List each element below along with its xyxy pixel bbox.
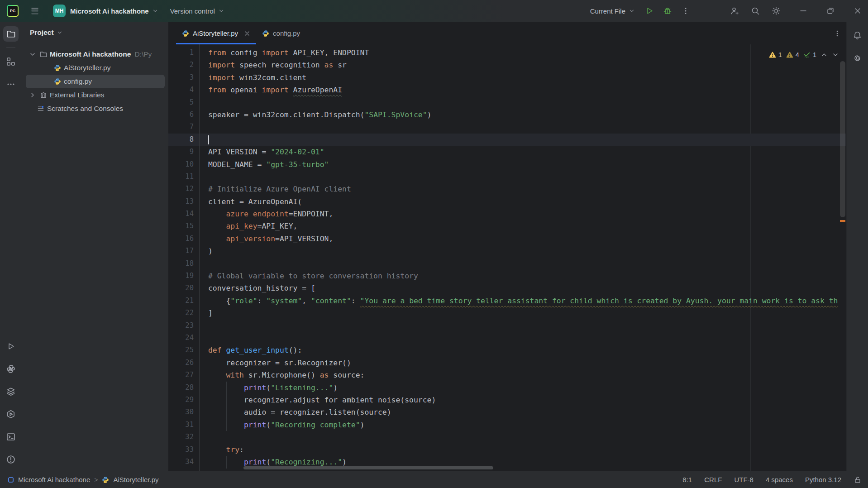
debug-button[interactable] xyxy=(660,4,675,18)
code-line[interactable]: ] xyxy=(208,307,846,319)
code-line[interactable] xyxy=(208,96,846,109)
inspection-passed[interactable]: 1 xyxy=(803,51,816,58)
sidebar-item-python-console[interactable] xyxy=(3,361,19,377)
code-line[interactable]: azure_endpoint=ENDPOINT, xyxy=(208,208,846,220)
line-number[interactable]: 21 xyxy=(168,295,199,307)
code-line[interactable] xyxy=(208,134,846,146)
code-line[interactable]: audio = recognizer.listen(source) xyxy=(208,406,846,418)
code-line[interactable]: print("Recording complete") xyxy=(208,419,846,431)
line-number[interactable]: 24 xyxy=(168,332,199,344)
line-number[interactable]: 32 xyxy=(168,431,199,443)
code-line[interactable]: from openai import AzureOpenAI xyxy=(208,84,846,96)
inspection-warnings[interactable]: 1 xyxy=(769,51,782,58)
code-line[interactable]: speaker = win32com.client.Dispatch("SAPI… xyxy=(208,109,846,121)
sidebar-item-services[interactable] xyxy=(3,407,19,422)
code-line[interactable] xyxy=(208,121,846,133)
code-line[interactable]: client = AzureOpenAI( xyxy=(208,196,846,208)
code-line[interactable]: api_version=API_VERSION, xyxy=(208,233,846,245)
code-line[interactable] xyxy=(208,171,846,183)
code-line[interactable] xyxy=(208,332,846,344)
code-line[interactable]: with sr.Microphone() as source: xyxy=(208,369,846,381)
sidebar-item-terminal[interactable] xyxy=(3,429,19,445)
minimize-button[interactable] xyxy=(797,5,810,17)
code-line[interactable]: API_VERSION = "2024-02-01" xyxy=(208,146,846,158)
vertical-scrollbar[interactable] xyxy=(840,61,845,217)
sidebar-item-python-packages[interactable] xyxy=(3,384,19,399)
settings-button[interactable] xyxy=(769,4,783,18)
main-menu-button[interactable] xyxy=(28,4,42,18)
code-line[interactable] xyxy=(208,258,846,270)
close-button[interactable] xyxy=(851,5,864,17)
line-number[interactable]: 10 xyxy=(168,158,199,171)
run-configuration-selector[interactable]: Current File xyxy=(590,7,635,15)
code-line[interactable]: from config import API_KEY, ENDPOINT xyxy=(208,47,846,59)
sidebar-item-project[interactable] xyxy=(3,26,19,42)
line-number[interactable]: 34 xyxy=(168,456,199,468)
code-line[interactable]: api_key=API_KEY, xyxy=(208,220,846,232)
line-number[interactable]: 30 xyxy=(168,406,199,418)
code-line[interactable]: try: xyxy=(208,444,846,456)
line-number[interactable]: 15 xyxy=(168,220,199,232)
code-line[interactable]: MODEL_NAME = "gpt-35-turbo" xyxy=(208,158,846,171)
line-number[interactable]: 26 xyxy=(168,357,199,369)
code-line[interactable]: {"role": "system", "content": "You are a… xyxy=(208,295,846,307)
ai-assistant-button[interactable] xyxy=(850,50,865,66)
line-number[interactable]: 29 xyxy=(168,394,199,406)
lock-icon[interactable] xyxy=(854,476,862,484)
code-with-me-button[interactable] xyxy=(727,4,742,18)
line-number[interactable]: 4 xyxy=(168,84,199,96)
code-line[interactable]: def get_user_input(): xyxy=(208,344,846,356)
line-number[interactable]: 23 xyxy=(168,320,199,332)
project-panel-header[interactable]: Project xyxy=(22,22,168,43)
code-line[interactable]: # Initialize Azure OpenAI client xyxy=(208,183,846,195)
run-button[interactable] xyxy=(642,4,657,18)
line-number[interactable]: 7 xyxy=(168,121,199,133)
line-number[interactable]: 12 xyxy=(168,183,199,195)
line-number[interactable]: 13 xyxy=(168,196,199,208)
tab-aistoryteller[interactable]: AiStoryteller.py xyxy=(176,22,256,44)
tab-options-button[interactable] xyxy=(828,22,846,44)
line-number[interactable]: 17 xyxy=(168,245,199,257)
code-line[interactable] xyxy=(208,431,846,443)
breadcrumb-project[interactable]: Microsoft Ai hackathone xyxy=(18,476,90,483)
project-widget[interactable]: Microsoft Ai hackathone xyxy=(70,7,158,15)
line-number[interactable]: 19 xyxy=(168,270,199,282)
tab-config[interactable]: config.py xyxy=(256,22,305,44)
line-number[interactable]: 25 xyxy=(168,344,199,356)
version-control-widget[interactable]: Version control xyxy=(170,7,224,15)
previous-problem-button[interactable] xyxy=(820,51,828,58)
search-everywhere-button[interactable] xyxy=(748,4,763,18)
code-lines[interactable]: from config import API_KEY, ENDPOINTimpo… xyxy=(200,44,846,471)
line-number[interactable]: 14 xyxy=(168,208,199,220)
sidebar-item-structure[interactable] xyxy=(3,54,19,69)
horizontal-scrollbar[interactable] xyxy=(243,466,493,469)
tree-row-file-config[interactable]: config.py xyxy=(26,75,165,88)
caret-position-widget[interactable]: 8:1 xyxy=(682,476,692,483)
line-number[interactable]: 22 xyxy=(168,307,199,319)
line-number[interactable]: 16 xyxy=(168,233,199,245)
code-line[interactable]: # Global variable to store conversation … xyxy=(208,270,846,282)
sidebar-item-problems[interactable] xyxy=(3,452,19,467)
close-tab-icon[interactable] xyxy=(243,30,251,37)
code-line[interactable]: import speech_recognition as sr xyxy=(208,59,846,71)
line-number[interactable]: 8 xyxy=(168,134,199,146)
code-line[interactable]: ) xyxy=(208,245,846,257)
code-line[interactable]: recognizer = sr.Recognizer() xyxy=(208,357,846,369)
error-stripe-mark[interactable] xyxy=(840,220,845,222)
interpreter-widget[interactable]: Python 3.12 xyxy=(805,476,841,483)
inspection-weak-warnings[interactable]: 4 xyxy=(786,51,799,58)
code-line[interactable]: conversation_history = [ xyxy=(208,282,846,294)
line-number[interactable]: 11 xyxy=(168,171,199,183)
sidebar-item-more-tools[interactable] xyxy=(3,77,19,92)
more-actions-button[interactable] xyxy=(678,4,693,18)
inspections-widget[interactable]: 1 4 1 xyxy=(766,49,842,61)
line-number[interactable]: 5 xyxy=(168,96,199,109)
tree-row-project-root[interactable]: Microsoft Ai hackathone D:\Py xyxy=(26,48,165,61)
line-number[interactable]: 2 xyxy=(168,59,199,71)
line-number[interactable]: 28 xyxy=(168,382,199,394)
line-number[interactable]: 3 xyxy=(168,72,199,84)
next-problem-button[interactable] xyxy=(832,51,839,58)
code-line[interactable] xyxy=(208,320,846,332)
gutter[interactable]: 1234567891011121314151617181920212223242… xyxy=(168,44,200,471)
code-line[interactable]: recognizer.adjust_for_ambient_noise(sour… xyxy=(208,394,846,406)
